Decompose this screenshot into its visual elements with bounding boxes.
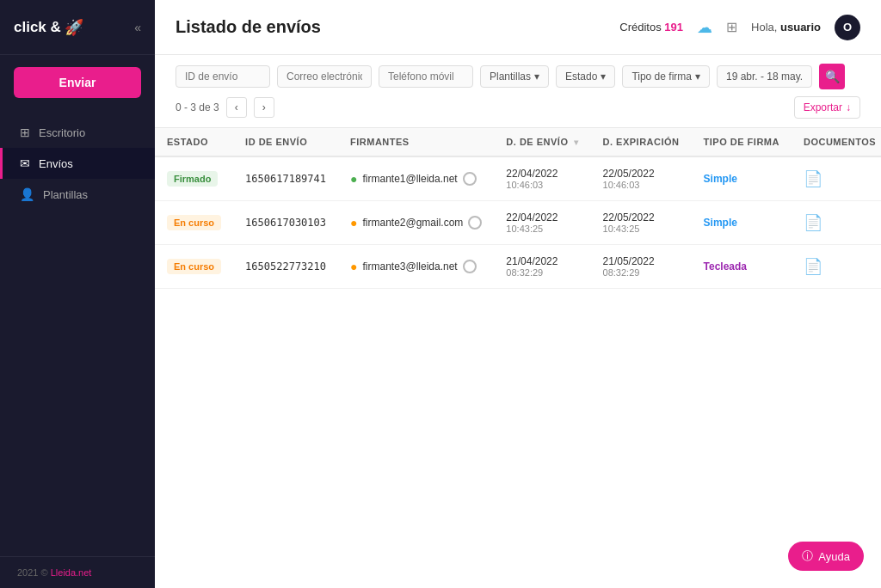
help-icon: ⓘ — [802, 548, 813, 564]
plantillas-label: Plantillas — [490, 70, 531, 83]
cell-id-envio: 1650617030103 — [233, 201, 338, 245]
col-d-envio: D. DE ENVÍO ▾ — [494, 128, 590, 156]
cell-d-envio: 22/04/202210:43:25 — [494, 201, 590, 245]
page-title: Listado de envíos — [176, 17, 321, 37]
firmante-email: firmante3@lleida.net — [362, 260, 457, 273]
cell-tipo-firma: Simple — [692, 156, 792, 201]
col-firmantes: FIRMANTES — [338, 128, 494, 156]
firmante-email: firmante2@gmail.com — [362, 217, 463, 229]
cell-documentos[interactable]: 📄 — [792, 201, 881, 245]
col-d-envio-label: D. DE ENVÍO — [506, 137, 568, 147]
chevron-down-icon-tipo: ▾ — [695, 70, 700, 83]
apps-icon: ⊞ — [726, 19, 737, 35]
firmante-status-icon: ● — [350, 260, 357, 273]
cell-id-envio: 1650522773210 — [233, 245, 338, 289]
user-icon: 👤 — [20, 187, 34, 201]
next-page-button[interactable]: › — [254, 97, 274, 118]
status-badge: En curso — [167, 259, 221, 274]
chevron-right-icon: › — [262, 101, 266, 113]
date-range-picker[interactable]: 19 abr. - 18 may. — [717, 65, 812, 88]
export-button[interactable]: Exportar ↓ — [794, 96, 860, 119]
table-body: Firmado 1650617189741 ● firmante1@lleida… — [155, 156, 881, 289]
download-icon: ↓ — [846, 101, 851, 113]
cell-d-expiracion: 22/05/202210:43:25 — [591, 201, 692, 245]
sidebar-item-label-envios: Envíos — [39, 157, 73, 170]
correo-input[interactable] — [277, 65, 372, 88]
chevron-left-icon: ‹ — [235, 101, 238, 113]
sidebar-item-label-plantillas: Plantillas — [43, 188, 88, 201]
estado-select[interactable]: Estado ▾ — [556, 65, 615, 88]
cell-d-expiracion: 21/05/202208:32:29 — [591, 245, 692, 289]
cell-firmantes: ● firmante3@lleida.net — [338, 245, 494, 289]
cloud-icon: ☁ — [697, 18, 712, 37]
footer-link[interactable]: Lleida.net — [51, 567, 92, 578]
circle-icon — [463, 260, 477, 273]
table-row: En curso 1650617030103 ● firmante2@gmail… — [155, 201, 881, 245]
credits-count: 191 — [664, 21, 683, 34]
col-d-expiracion: D. EXPIRACIÓN — [591, 128, 692, 156]
cell-d-expiracion: 22/05/202210:46:03 — [591, 156, 692, 201]
cell-tipo-firma: Tecleada — [692, 245, 792, 289]
firmante-status-icon: ● — [350, 216, 357, 230]
sidebar-footer: 2021 © Lleida.net — [0, 556, 155, 588]
col-id-envio-label: ID DE ENVÍO — [245, 137, 307, 147]
document-icon[interactable]: 📄 — [804, 170, 822, 187]
footer-year: 2021 © — [17, 567, 48, 578]
search-button[interactable]: 🔍 — [819, 64, 845, 89]
cell-estado: En curso — [155, 201, 233, 245]
cell-documentos[interactable]: 📄 — [792, 245, 881, 289]
id-envio-input[interactable] — [176, 65, 270, 88]
sidebar-item-envios[interactable]: ✉ Envíos — [0, 148, 155, 179]
cell-estado: Firmado — [155, 156, 233, 201]
col-tipo-firma: TIPO DE FIRMA — [692, 128, 792, 156]
export-label: Exportar — [804, 101, 842, 113]
circle-icon — [468, 216, 482, 230]
avatar[interactable]: O — [835, 15, 860, 40]
sidebar: click & 🚀 « Enviar ⊞ Escritorio ✉ Envíos… — [0, 0, 155, 588]
col-estado-label: ESTADO — [167, 137, 208, 147]
cell-firmantes: ● firmante2@gmail.com — [338, 201, 494, 245]
tipo-firma-value: Tecleada — [704, 260, 747, 273]
grid-icon: ⊞ — [20, 126, 30, 139]
status-badge: Firmado — [167, 171, 218, 187]
chevron-down-icon-estado: ▾ — [601, 70, 606, 83]
col-id-envio: ID DE ENVÍO — [233, 128, 338, 156]
sidebar-item-plantillas[interactable]: 👤 Plantillas — [0, 179, 155, 210]
send-button[interactable]: Enviar — [14, 67, 141, 98]
sidebar-logo: click & 🚀 « — [0, 0, 155, 55]
pagination-info: 0 - 3 de 3 — [176, 101, 219, 113]
header-right: Créditos 191 ☁ ⊞ Hola, usuario O — [619, 15, 860, 40]
plantillas-select[interactable]: Plantillas ▾ — [480, 65, 549, 88]
search-icon: 🔍 — [825, 70, 840, 83]
username-text: usuario — [780, 21, 821, 34]
col-estado: ESTADO — [155, 128, 233, 156]
help-label: Ayuda — [818, 550, 850, 563]
logo-text: click & — [14, 19, 61, 36]
main-header: Listado de envíos Créditos 191 ☁ ⊞ Hola,… — [155, 0, 881, 55]
cell-d-envio: 22/04/202210:46:03 — [494, 156, 590, 201]
collapse-button[interactable]: « — [134, 21, 141, 34]
sidebar-item-escritorio[interactable]: ⊞ Escritorio — [0, 117, 155, 148]
greeting-text: Hola, usuario — [751, 21, 821, 34]
firmante-status-icon: ● — [350, 172, 357, 186]
mail-icon: ✉ — [20, 156, 30, 170]
cell-tipo-firma: Simple — [692, 201, 792, 245]
chevron-down-icon: ▾ — [534, 70, 539, 83]
document-icon[interactable]: 📄 — [804, 258, 822, 275]
cell-id-envio: 1650617189741 — [233, 156, 338, 201]
tipo-firma-select[interactable]: Tipo de firma ▾ — [622, 65, 710, 88]
prev-page-button[interactable]: ‹ — [226, 97, 247, 118]
col-tipo-firma-label: TIPO DE FIRMA — [704, 137, 779, 147]
col-documentos: DOCUMENTOS — [792, 128, 881, 156]
sidebar-nav: ⊞ Escritorio ✉ Envíos 👤 Plantillas — [0, 110, 155, 556]
telefono-input[interactable] — [379, 65, 473, 88]
document-icon[interactable]: 📄 — [804, 214, 822, 231]
logo-rocket-icon: 🚀 — [65, 18, 83, 37]
envios-table-wrap: ESTADO ID DE ENVÍO FIRMANTES D. DE ENVÍO… — [155, 128, 881, 588]
main-content: Listado de envíos Créditos 191 ☁ ⊞ Hola,… — [155, 0, 881, 588]
help-button[interactable]: ⓘ Ayuda — [788, 542, 864, 571]
cell-documentos[interactable]: 📄 — [792, 156, 881, 201]
col-d-expiracion-label: D. EXPIRACIÓN — [603, 137, 680, 147]
tipo-firma-value: Simple — [704, 173, 737, 185]
sidebar-item-label-escritorio: Escritorio — [39, 126, 85, 139]
